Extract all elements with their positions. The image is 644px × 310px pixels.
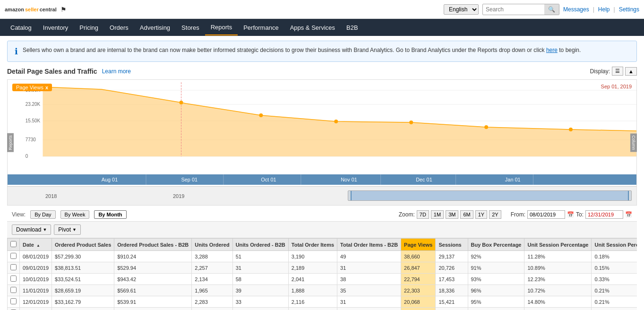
- cell-total-order-items: 2,041: [288, 274, 337, 285]
- cell-units-b2b: 31: [232, 262, 288, 274]
- download-button[interactable]: Download ▼: [12, 224, 51, 235]
- help-link[interactable]: Help: [598, 6, 610, 13]
- nav-b2b[interactable]: B2B: [341, 20, 364, 35]
- learn-more-link[interactable]: Learn more: [102, 68, 131, 75]
- zoom-6m[interactable]: 6M: [460, 210, 473, 219]
- cell-ops-b2b: $602.15: [114, 308, 192, 310]
- table-row: 08/01/2019 $57,299.30 $910.24 3,288 51 3…: [8, 251, 637, 262]
- col-sessions[interactable]: Sessions: [436, 239, 468, 251]
- from-date-input[interactable]: [527, 210, 565, 219]
- header-controls: English 🔍 Messages | Help | Settings: [444, 4, 639, 15]
- controls-row: View: By Day By Week By Month Zoom: 7D 1…: [7, 208, 637, 221]
- col-ops-b2b[interactable]: Ordered Product Sales - B2B: [114, 239, 192, 251]
- cell-date: 08/01/2019: [20, 251, 52, 262]
- timeline-selection[interactable]: [351, 191, 629, 200]
- col-units-b2b[interactable]: Units Ordered - B2B: [232, 239, 288, 251]
- by-day-btn[interactable]: By Day: [30, 210, 55, 219]
- row-checkbox[interactable]: [10, 253, 17, 259]
- info-banner: ℹ Sellers who own a brand and are intern…: [7, 41, 637, 62]
- data-table: Date ▲ Ordered Product Sales Ordered Pro…: [7, 238, 637, 310]
- year-2018: 2018: [45, 193, 57, 199]
- to-calendar-icon[interactable]: 📅: [625, 211, 632, 218]
- left-panel-tab[interactable]: Reports: [7, 133, 14, 152]
- chart-tag: Page Views x: [12, 84, 52, 91]
- cell-sessions: 17,453: [436, 274, 468, 285]
- main-content: Detail Page Sales and Traffic Learn more…: [0, 67, 644, 310]
- language-select[interactable]: English: [444, 4, 479, 15]
- search-button[interactable]: 🔍: [544, 4, 559, 15]
- nav-stores[interactable]: Stores: [176, 20, 205, 35]
- chart-date: Sep 01, 2019: [601, 84, 632, 89]
- cell-usp: 10.89%: [524, 262, 592, 274]
- row-checkbox[interactable]: [10, 264, 17, 270]
- col-units-ordered[interactable]: Units Ordered: [192, 239, 232, 251]
- col-date[interactable]: Date ▲: [20, 239, 52, 251]
- cell-page-views: 22,794: [401, 274, 436, 285]
- header: amazon seller central ⚑ English 🔍 Messag…: [0, 0, 644, 19]
- logo: amazon seller central ⚑: [5, 6, 67, 13]
- select-all-checkbox[interactable]: [10, 241, 17, 247]
- display-table-btn[interactable]: ☰: [612, 67, 623, 76]
- cell-usp-b2b: 0.29%: [592, 308, 637, 310]
- cell-units-b2b: 43: [232, 308, 288, 310]
- banner-link[interactable]: here: [546, 47, 558, 53]
- col-total-order-items[interactable]: Total Order Items: [288, 239, 337, 251]
- col-usp-b2b[interactable]: Unit Session Percentage - B2B: [592, 239, 637, 251]
- pivot-button[interactable]: Pivot ▼: [54, 224, 81, 235]
- row-checkbox[interactable]: [10, 298, 17, 304]
- nav-reports[interactable]: Reports: [205, 20, 238, 35]
- from-calendar-icon[interactable]: 📅: [567, 211, 574, 218]
- tag-close-btn[interactable]: x: [45, 85, 48, 90]
- to-date-input[interactable]: [585, 210, 623, 219]
- nav-orders[interactable]: Orders: [104, 20, 134, 35]
- zoom-3m[interactable]: 3M: [446, 210, 458, 219]
- col-ops[interactable]: Ordered Product Sales: [52, 239, 114, 251]
- cell-ops: $33,162.79: [52, 296, 114, 308]
- cell-date: 10/01/2019: [20, 274, 52, 285]
- cell-total-b2b: 25: [337, 308, 401, 310]
- cell-ops: $38,813.51: [52, 262, 114, 274]
- cell-usp-b2b: 0.33%: [592, 274, 637, 285]
- zoom-1y[interactable]: 1Y: [475, 210, 487, 219]
- by-month-btn[interactable]: By Month: [94, 210, 126, 219]
- cell-total-order-items: 2,116: [288, 296, 337, 308]
- search-input[interactable]: [483, 5, 544, 14]
- nav-apps-services[interactable]: Apps & Services: [284, 20, 341, 35]
- row-checkbox[interactable]: [10, 287, 17, 293]
- cell-ops-b2b: $943.42: [114, 274, 192, 285]
- cell-buybox: 92%: [468, 251, 524, 262]
- svg-text:Aug 01: Aug 01: [102, 177, 118, 182]
- svg-text:23.20K: 23.20K: [26, 102, 41, 107]
- zoom-7d[interactable]: 7D: [417, 210, 429, 219]
- cell-units-ordered: 1,837: [192, 308, 232, 310]
- col-buybox[interactable]: Buy Box Percentage: [468, 239, 524, 251]
- table-wrapper: Date ▲ Ordered Product Sales Ordered Pro…: [7, 238, 637, 310]
- cell-ops: $57,299.30: [52, 251, 114, 262]
- col-page-views[interactable]: Page Views: [401, 239, 436, 251]
- cell-sessions: 15,421: [436, 296, 468, 308]
- col-usp[interactable]: Unit Session Percentage: [524, 239, 592, 251]
- col-total-b2b[interactable]: Total Order Items - B2B: [337, 239, 401, 251]
- row-checkbox[interactable]: [10, 276, 17, 282]
- cell-units-ordered: 2,257: [192, 262, 232, 274]
- zoom-2y[interactable]: 2Y: [489, 210, 501, 219]
- svg-text:15.50K: 15.50K: [26, 118, 41, 123]
- svg-text:Jan 01: Jan 01: [505, 177, 521, 182]
- display-chart-btn[interactable]: ▲: [625, 67, 637, 76]
- by-week-btn[interactable]: By Week: [60, 210, 90, 219]
- zoom-1m[interactable]: 1M: [431, 210, 444, 219]
- cell-units-b2b: 58: [232, 274, 288, 285]
- nav-catalog[interactable]: Catalog: [5, 20, 37, 35]
- nav-performance[interactable]: Performance: [238, 20, 284, 35]
- nav-inventory[interactable]: Inventory: [37, 20, 74, 35]
- nav-advertising[interactable]: Advertising: [134, 20, 176, 35]
- svg-point-17: [569, 128, 573, 131]
- messages-link[interactable]: Messages: [563, 6, 589, 13]
- cell-page-views: 20,068: [401, 296, 436, 308]
- cell-date: 09/01/2019: [20, 262, 52, 274]
- cell-total-order-items: 2,189: [288, 262, 337, 274]
- display-label: Display:: [590, 68, 610, 75]
- right-panel-tab[interactable]: Column: [630, 133, 637, 152]
- settings-link[interactable]: Settings: [619, 6, 639, 13]
- nav-pricing[interactable]: Pricing: [74, 20, 104, 35]
